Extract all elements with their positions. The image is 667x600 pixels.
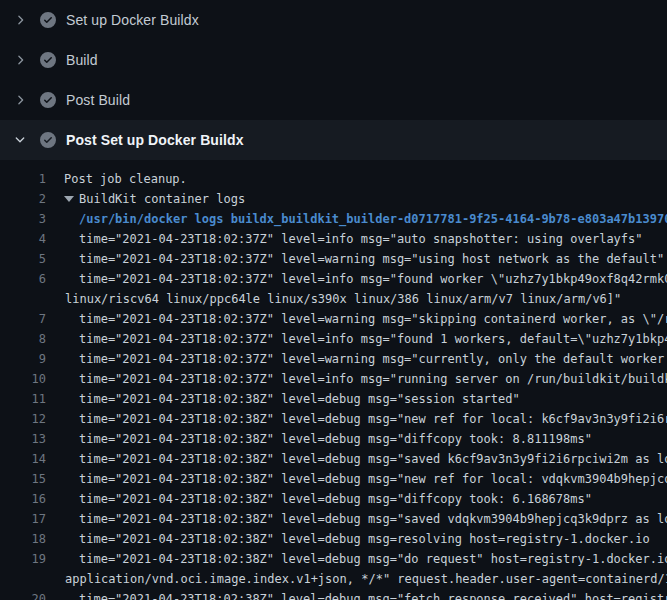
line-number[interactable]: 8: [0, 329, 46, 349]
chevron-right-icon[interactable]: [12, 52, 28, 68]
steps-list: Set up Docker Buildx Build Post Build Po…: [0, 0, 667, 160]
chevron-down-icon[interactable]: [12, 132, 28, 148]
log-text: time="2021-04-23T18:02:38Z" level=debug …: [46, 409, 667, 429]
log-command-text: /usr/bin/docker logs buildx_buildkit_bui…: [46, 209, 667, 229]
log-text: time="2021-04-23T18:02:37Z" level=info m…: [46, 329, 667, 349]
line-number[interactable]: 13: [0, 429, 46, 449]
log-row: 19 time="2021-04-23T18:02:38Z" level=deb…: [0, 549, 667, 569]
log-text: time="2021-04-23T18:02:37Z" level=info m…: [46, 269, 667, 289]
line-number[interactable]: 5: [0, 249, 46, 269]
log-row: 20 time="2021-04-23T18:02:38Z" level=deb…: [0, 589, 667, 600]
log-text: time="2021-04-23T18:02:37Z" level=info m…: [46, 369, 667, 389]
log-text: time="2021-04-23T18:02:38Z" level=debug …: [46, 449, 667, 469]
line-number[interactable]: 12: [0, 409, 46, 429]
line-number[interactable]: 9: [0, 349, 46, 369]
line-number[interactable]: 16: [0, 489, 46, 509]
log-text: time="2021-04-23T18:02:37Z" level=warnin…: [46, 249, 664, 269]
log-row: 2 BuildKit container logs: [0, 189, 667, 209]
step-label: Build: [66, 52, 98, 68]
log-text: time="2021-04-23T18:02:38Z" level=debug …: [46, 509, 667, 529]
check-circle-icon: [40, 12, 56, 28]
chevron-right-icon[interactable]: [12, 12, 28, 28]
step-label: Post Set up Docker Buildx: [66, 132, 244, 148]
log-text: time="2021-04-23T18:02:37Z" level=info m…: [46, 229, 643, 249]
log-row: 1 Post job cleanup.: [0, 169, 667, 189]
log-row: 11 time="2021-04-23T18:02:38Z" level=deb…: [0, 389, 667, 409]
line-number[interactable]: 15: [0, 469, 46, 489]
line-number[interactable]: 18: [0, 529, 46, 549]
step-label: Set up Docker Buildx: [66, 12, 199, 28]
log-row: 4 time="2021-04-23T18:02:37Z" level=info…: [0, 229, 667, 249]
log-text: Post job cleanup.: [46, 169, 187, 189]
chevron-right-icon[interactable]: [12, 92, 28, 108]
log-view: 1 Post job cleanup. 2 BuildKit container…: [0, 160, 667, 600]
step-header-4[interactable]: Post Set up Docker Buildx: [0, 120, 667, 160]
log-text: time="2021-04-23T18:02:37Z" level=warnin…: [46, 309, 667, 329]
check-circle-icon: [40, 132, 56, 148]
log-text: time="2021-04-23T18:02:38Z" level=debug …: [46, 389, 520, 409]
log-row: linux/riscv64 linux/ppc64le linux/s390x …: [0, 289, 667, 309]
log-row: 14 time="2021-04-23T18:02:38Z" level=deb…: [0, 449, 667, 469]
log-row: 18 time="2021-04-23T18:02:38Z" level=deb…: [0, 529, 667, 549]
line-number[interactable]: 4: [0, 229, 46, 249]
step-label: Post Build: [66, 92, 130, 108]
line-number[interactable]: 1: [0, 169, 46, 189]
log-row: 9 time="2021-04-23T18:02:37Z" level=warn…: [0, 349, 667, 369]
line-number[interactable]: 14: [0, 449, 46, 469]
log-text: time="2021-04-23T18:02:38Z" level=debug …: [46, 549, 667, 569]
log-row: 13 time="2021-04-23T18:02:38Z" level=deb…: [0, 429, 667, 449]
step-header-1[interactable]: Set up Docker Buildx: [0, 0, 667, 40]
line-number[interactable]: [0, 289, 46, 309]
check-circle-icon: [40, 52, 56, 68]
line-number[interactable]: 3: [0, 209, 46, 229]
log-row: 6 time="2021-04-23T18:02:37Z" level=info…: [0, 269, 667, 289]
line-number[interactable]: 6: [0, 269, 46, 289]
log-text: time="2021-04-23T18:02:38Z" level=debug …: [46, 469, 667, 489]
group-title: BuildKit container logs: [79, 192, 245, 206]
log-group-toggle[interactable]: BuildKit container logs: [46, 189, 245, 209]
log-row: 7 time="2021-04-23T18:02:37Z" level=warn…: [0, 309, 667, 329]
line-number[interactable]: 11: [0, 389, 46, 409]
line-number[interactable]: 2: [0, 189, 46, 209]
log-text: application/vnd.oci.image.index.v1+json,…: [46, 569, 667, 589]
log-row: 3 /usr/bin/docker logs buildx_buildkit_b…: [0, 209, 667, 229]
line-number[interactable]: 17: [0, 509, 46, 529]
line-number[interactable]: 10: [0, 369, 46, 389]
log-row: application/vnd.oci.image.index.v1+json,…: [0, 569, 667, 589]
log-text: time="2021-04-23T18:02:37Z" level=warnin…: [46, 349, 667, 369]
log-text: time="2021-04-23T18:02:38Z" level=debug …: [46, 429, 592, 449]
log-row: 8 time="2021-04-23T18:02:37Z" level=info…: [0, 329, 667, 349]
log-row: 12 time="2021-04-23T18:02:38Z" level=deb…: [0, 409, 667, 429]
log-row: 15 time="2021-04-23T18:02:38Z" level=deb…: [0, 469, 667, 489]
step-header-2[interactable]: Build: [0, 40, 667, 80]
line-number[interactable]: 20: [0, 589, 46, 600]
log-row: 10 time="2021-04-23T18:02:37Z" level=inf…: [0, 369, 667, 389]
log-text: time="2021-04-23T18:02:38Z" level=debug …: [46, 489, 592, 509]
step-header-3[interactable]: Post Build: [0, 80, 667, 120]
log-row: 5 time="2021-04-23T18:02:37Z" level=warn…: [0, 249, 667, 269]
line-number[interactable]: [0, 569, 46, 589]
log-text: linux/riscv64 linux/ppc64le linux/s390x …: [46, 289, 621, 309]
log-text: time="2021-04-23T18:02:38Z" level=debug …: [46, 589, 667, 600]
log-row: 17 time="2021-04-23T18:02:38Z" level=deb…: [0, 509, 667, 529]
line-number[interactable]: 19: [0, 549, 46, 569]
check-circle-icon: [40, 92, 56, 108]
group-collapse-icon[interactable]: [64, 196, 74, 202]
line-number[interactable]: 7: [0, 309, 46, 329]
log-text: time="2021-04-23T18:02:38Z" level=debug …: [46, 529, 650, 549]
log-row: 16 time="2021-04-23T18:02:38Z" level=deb…: [0, 489, 667, 509]
